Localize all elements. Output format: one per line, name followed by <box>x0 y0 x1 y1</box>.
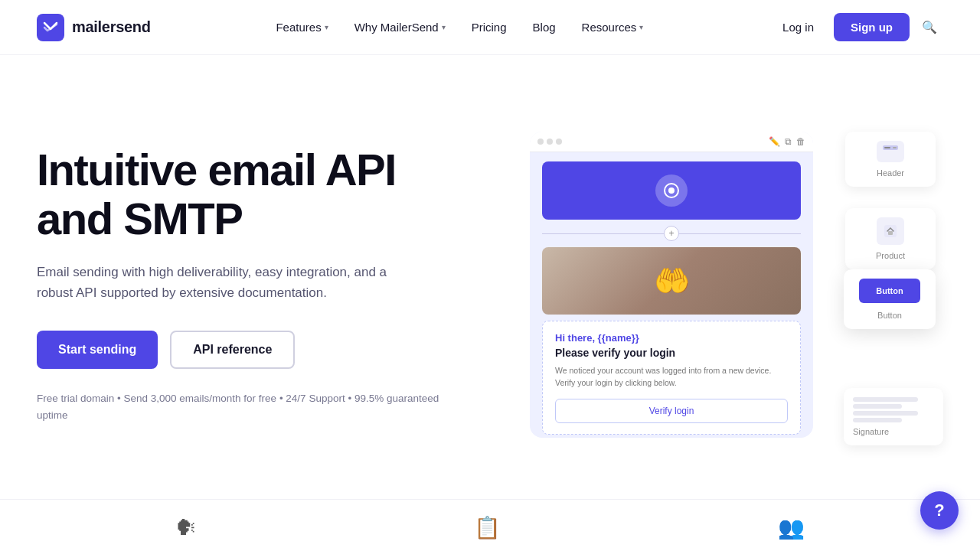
email-verify-button[interactable]: Verify login <box>555 399 788 423</box>
logo-link[interactable]: mailersend <box>37 14 151 41</box>
chevron-down-icon: ▾ <box>639 23 643 31</box>
svg-rect-4 <box>884 147 890 148</box>
svg-rect-7 <box>888 231 893 235</box>
email-builder-card: ✏️ ⧉ 🗑 + <box>530 132 813 438</box>
signature-block-card: Signature <box>844 388 943 445</box>
email-verify-title: Please verify your login <box>555 347 788 359</box>
email-toolbar: ✏️ ⧉ 🗑 <box>530 132 813 152</box>
add-row-plus-icon[interactable]: + <box>664 226 679 241</box>
feature-integration: 📋 <box>474 515 501 540</box>
chevron-down-icon: ▾ <box>325 23 328 31</box>
bottom-features: 🗣 📋 👥 <box>0 499 980 551</box>
sig-line <box>853 404 902 409</box>
nav-links: Features ▾ Why MailerSend ▾ Pricing Blog… <box>265 15 654 40</box>
nav-features[interactable]: Features ▾ <box>265 15 338 40</box>
add-row[interactable]: + <box>542 226 801 241</box>
product-icon <box>877 217 904 245</box>
sig-line <box>853 418 902 422</box>
signature-card-label: Signature <box>853 427 934 436</box>
hero-meta: Free trial domain • Send 3,000 emails/mo… <box>37 390 450 423</box>
navbar: mailersend Features ▾ Why MailerSend ▾ P… <box>0 0 980 55</box>
chevron-down-icon: ▾ <box>442 23 446 31</box>
email-logo <box>655 174 688 207</box>
feature-team: 👥 <box>778 515 805 540</box>
sig-line <box>853 397 918 402</box>
header-card-label: Header <box>877 168 904 178</box>
toolbar-dot <box>547 139 553 145</box>
signup-button[interactable]: Sign up <box>834 13 910 41</box>
hero-title: Intuitive email API and SMTP <box>37 145 450 243</box>
email-header-block <box>542 161 801 220</box>
svg-rect-5 <box>893 147 897 148</box>
email-greeting: Hi there, {{name}} <box>555 332 788 344</box>
team-icon: 👥 <box>778 515 805 540</box>
button-block-card: Button Button <box>844 269 936 329</box>
feature-support: 🗣 <box>175 515 197 540</box>
hero-buttons: Start sending API reference <box>37 331 450 369</box>
search-icon: 🔍 <box>922 20 937 34</box>
hero-subtitle: Email sending with high deliverability, … <box>37 262 404 303</box>
login-button[interactable]: Log in <box>769 15 828 40</box>
email-content-area: + 🤲 Hi there, {{name}} Please verify you… <box>530 152 813 438</box>
hero-section: Intuitive email API and SMTP Email sendi… <box>0 55 980 499</box>
svg-point-2 <box>668 187 675 194</box>
api-reference-button[interactable]: API reference <box>170 331 295 369</box>
nav-actions: Log in Sign up 🔍 <box>769 13 943 41</box>
edit-icon[interactable]: ✏️ <box>769 136 780 147</box>
header-icon <box>877 141 904 162</box>
help-button[interactable]: ? <box>920 491 959 530</box>
support-icon: 🗣 <box>175 515 197 540</box>
email-text-block: Hi there, {{name}} Please verify your lo… <box>542 321 801 435</box>
toolbar-dots <box>537 139 562 145</box>
header-block-card: Header <box>845 132 936 187</box>
hero-content: Intuitive email API and SMTP Email sendi… <box>37 145 450 423</box>
integration-icon: 📋 <box>474 515 501 540</box>
sig-lines <box>853 397 934 422</box>
copy-icon[interactable]: ⧉ <box>785 136 792 147</box>
search-button[interactable]: 🔍 <box>916 14 943 41</box>
start-sending-button[interactable]: Start sending <box>37 331 158 369</box>
toolbar-dot <box>537 139 544 145</box>
photo-icon: 🤲 <box>654 264 690 298</box>
email-body-text: We noticed your account was logged into … <box>555 365 788 390</box>
nav-why-mailersend[interactable]: Why MailerSend ▾ <box>344 15 456 40</box>
toolbar-dot <box>556 139 562 145</box>
delete-icon[interactable]: 🗑 <box>796 136 805 147</box>
nav-resources[interactable]: Resources ▾ <box>571 15 655 40</box>
product-block-card: Product <box>845 208 936 269</box>
email-photo-block: 🤲 <box>542 247 801 315</box>
hero-visual: ✏️ ⧉ 🗑 + <box>499 116 943 453</box>
button-block-preview: Button <box>859 279 920 303</box>
logo-text: mailersend <box>72 18 151 36</box>
nav-pricing[interactable]: Pricing <box>461 15 518 40</box>
nav-blog[interactable]: Blog <box>522 15 567 40</box>
sig-line <box>853 411 918 416</box>
button-block-label: Button <box>877 311 902 320</box>
product-card-label: Product <box>876 251 905 260</box>
